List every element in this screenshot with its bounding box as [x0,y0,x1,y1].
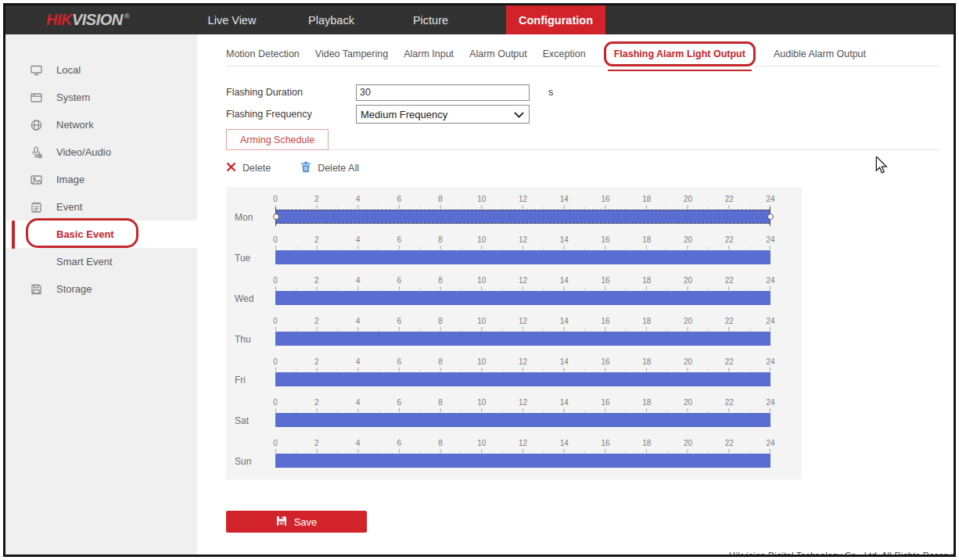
system-icon [29,92,43,104]
timeline-track[interactable] [275,250,770,264]
hour-label: 24 [766,357,774,366]
delete-label: Delete [242,163,271,174]
tab-exception[interactable]: Exception [543,48,586,59]
hour-label: 20 [684,195,692,203]
hour-label: 16 [601,195,609,203]
bar-handle-right[interactable] [770,207,770,226]
delete-all-button[interactable]: Delete All [300,161,359,175]
hour-label: 22 [725,235,734,244]
bar-handle-left[interactable] [275,207,276,226]
hour-label: 16 [601,398,609,407]
timeline: 024681012141618202224 [275,276,770,317]
hour-label: 12 [519,439,527,447]
tab-motion-detection[interactable]: Motion Detection [226,48,300,59]
hour-label: 10 [477,398,486,407]
schedule-bar[interactable] [275,332,770,346]
day-label: Wed [235,293,253,304]
hour-label: 12 [519,235,527,244]
hour-label: 0 [273,439,278,447]
save-label: Save [294,516,318,528]
sidebar-item-storage[interactable]: Storage [5,275,197,303]
hour-label: 4 [356,439,361,447]
sidebar-item-system[interactable]: System [5,84,197,111]
schedule-bar[interactable] [275,413,770,427]
timeline-track[interactable] [275,372,770,386]
hour-label: 22 [725,439,734,447]
tab-audible-alarm-output[interactable]: Audible Alarm Output [774,48,866,59]
hour-label: 22 [725,276,734,285]
timeline-track[interactable] [275,454,770,468]
timeline-ruler [275,449,770,453]
hour-label: 22 [725,357,734,366]
hour-label: 10 [477,439,486,447]
hour-label: 24 [766,195,774,203]
sidebar-item-image[interactable]: Image [5,166,197,193]
schedule-bar[interactable] [275,250,770,264]
tab-flashing-alarm-light-output[interactable]: Flashing Alarm Light Output [614,48,745,59]
timeline-track[interactable] [275,210,770,224]
day-label: Sun [235,456,251,467]
hour-label: 20 [684,317,692,325]
sidebar-item-basic-event[interactable]: Basic Event [5,221,197,248]
delete-button[interactable]: Delete [226,162,271,174]
hour-label: 12 [519,276,527,285]
hour-label: 24 [766,235,774,244]
active-item-indicator-bar [12,221,15,249]
nav-picture[interactable]: Picture [381,5,480,34]
hour-label: 0 [273,317,278,325]
hour-labels: 024681012141618202224 [275,439,770,449]
sidebar-item-smart-event[interactable]: Smart Event [5,248,197,275]
timeline: 024681012141618202224 [275,317,770,357]
timeline-track[interactable] [275,291,770,305]
timeline-track[interactable] [275,413,770,427]
tab-alarm-output[interactable]: Alarm Output [469,48,527,59]
day-label-cell: Sun [226,439,275,479]
sidebar-item-network[interactable]: Network [5,111,197,138]
timeline-ruler [275,286,770,290]
sidebar-item-label: Image [56,174,84,185]
schedule-row-wed: Wed024681012141618202224 [226,276,802,317]
sidebar-item-label: Event [56,201,82,213]
schedule-bar[interactable] [275,454,770,468]
nav-playback[interactable]: Playback [282,5,381,34]
day-label-cell: Tue [226,235,275,276]
flashing-duration-input[interactable] [356,84,530,101]
timeline: 024681012141618202224 [275,398,770,439]
tab-alarm-input[interactable]: Alarm Input [404,48,454,59]
sidebar-item-event[interactable]: Event [5,193,197,221]
main-content: Motion DetectionVideo TamperingAlarm Inp… [197,34,954,555]
nav-configuration[interactable]: Configuration [506,5,605,34]
day-label-cell: Wed [226,276,275,317]
hour-labels: 024681012141618202224 [275,398,770,408]
hour-label: 2 [314,235,319,244]
save-button[interactable]: Save [226,511,367,533]
tab-video-tampering[interactable]: Video Tampering [315,48,388,59]
timeline-track[interactable] [275,332,770,346]
hour-label: 4 [356,195,361,203]
hour-label: 8 [438,276,443,285]
schedule-bar[interactable] [275,210,770,224]
schedule-row-tue: Tue024681012141618202224 [226,235,802,276]
hour-label: 18 [642,317,651,325]
sidebar-item-video-audio[interactable]: Video/Audio [5,138,197,166]
day-label: Tue [235,253,250,264]
config-tabs: Motion DetectionVideo TamperingAlarm Inp… [226,53,939,66]
hour-label: 10 [477,235,486,244]
schedule-row-sun: Sun024681012141618202224 [226,439,802,479]
nav-live-view[interactable]: Live View [182,5,282,34]
hour-label: 14 [560,439,569,447]
settings-form: Flashing Duration s Flashing Frequency M… [226,84,954,123]
hour-label: 6 [397,235,401,244]
hour-label: 18 [642,235,651,244]
hour-label: 10 [477,357,486,366]
day-label-cell: Mon [226,195,275,235]
arming-schedule-tab[interactable]: Arming Schedule [226,129,329,150]
hour-label: 14 [560,235,569,244]
sidebar-item-local[interactable]: Local [5,56,197,84]
schedule-bar[interactable] [275,372,770,386]
flashing-frequency-select[interactable]: Medium Frequency [356,105,530,124]
schedule-bar[interactable] [275,291,770,305]
hour-label: 2 [314,195,319,203]
hour-label: 18 [642,357,651,366]
hour-labels: 024681012141618202224 [275,357,770,368]
